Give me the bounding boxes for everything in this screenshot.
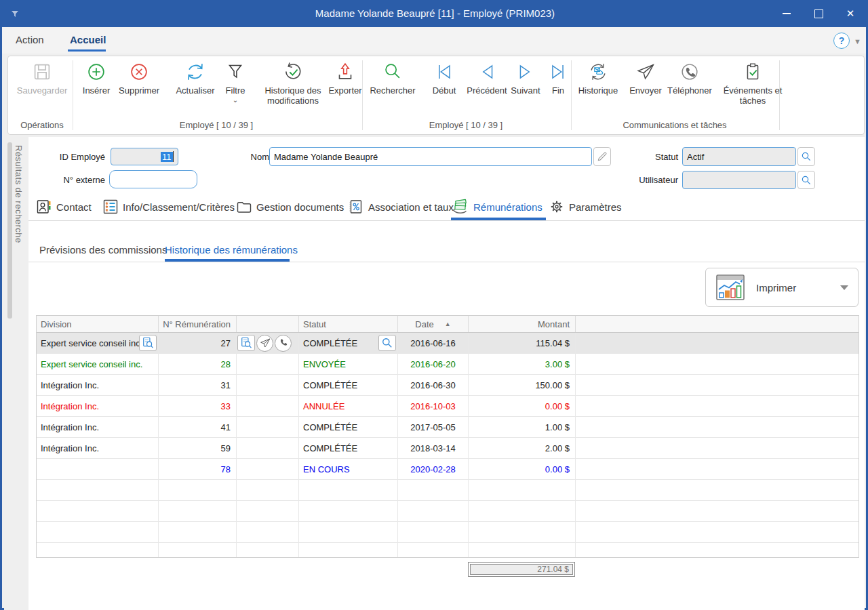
row-send-button[interactable]	[256, 335, 273, 352]
exporter-button[interactable]: Exporter	[324, 60, 366, 96]
percent-doc-icon	[348, 199, 364, 215]
chevron-down-icon[interactable]: ▼	[854, 37, 861, 45]
save-button[interactable]: Sauvegarder	[12, 60, 72, 96]
montant-value: 0.00 $	[469, 396, 576, 416]
montant-value: 0.00 $	[469, 459, 576, 479]
help-icon[interactable]: ?	[833, 33, 850, 49]
division-value: Intégration Inc.	[41, 443, 99, 453]
statut-value: COMPLÉTÉE	[303, 380, 357, 390]
maximize-button[interactable]	[804, 0, 833, 27]
statut-value: COMPLÉTÉE	[303, 422, 357, 432]
statut-value: COMPLÉTÉE	[303, 443, 357, 453]
nom-field[interactable]: Madame Yolande Beaupré	[269, 147, 592, 166]
debut-button[interactable]: Début	[427, 60, 461, 96]
rechercher-button[interactable]: Rechercher	[366, 60, 420, 96]
insert-icon	[85, 60, 108, 83]
tab-info-classement-criteres[interactable]: Info/Classement/Critères	[102, 197, 235, 217]
montant-value: 3.00 $	[469, 354, 576, 374]
telephoner-button[interactable]: Téléphoner	[664, 60, 715, 96]
division-value: Intégration Inc.	[41, 422, 99, 432]
statut-value: ENVOYÉE	[303, 359, 346, 369]
date-value: 2016-06-16	[398, 333, 469, 353]
table-row[interactable]	[37, 480, 859, 501]
tab-parametres[interactable]: Paramètres	[549, 197, 622, 217]
subtab-previsions-commissions[interactable]: Prévisions des commissions	[39, 244, 167, 256]
historique-modifications-button[interactable]: Historique des modifications	[253, 60, 333, 106]
subtab-historique-remunerations[interactable]: Historique des rémunérations	[165, 244, 298, 256]
phone-icon	[678, 60, 701, 83]
statut-value: COMPLÉTÉE	[303, 338, 357, 348]
date-value: 2016-06-30	[398, 375, 469, 395]
column-header-division[interactable]: Division	[37, 316, 159, 332]
search-results-panel[interactable]: Résultats de recherche	[4, 137, 28, 610]
menu-bar: Action Accueil ? ▼	[2, 27, 866, 54]
montant-value: 150.00 $	[469, 375, 576, 395]
evenements-taches-button[interactable]: Événements et tâches	[719, 60, 787, 106]
table-row[interactable]: Intégration Inc.33ANNULÉE2016-10-030.00 …	[37, 396, 859, 417]
numero-value: 28	[159, 354, 237, 374]
numero-externe-field[interactable]	[109, 170, 197, 188]
tab-gestion-documents[interactable]: Gestion documents	[236, 197, 344, 217]
table-row[interactable]: 78EN COURS2020-02-280.00 $	[37, 459, 859, 480]
inserer-button[interactable]: Insérer	[76, 60, 117, 96]
statut-lookup-button[interactable]	[797, 147, 815, 166]
tab-association-et-taux[interactable]: Association et taux	[348, 197, 454, 217]
column-header-montant[interactable]: Montant	[469, 316, 576, 332]
historique-button[interactable]: Historique	[574, 60, 622, 96]
filtre-button[interactable]: Filtre ⌄	[218, 60, 253, 104]
table-row[interactable]	[37, 522, 859, 543]
row-phone-button[interactable]	[275, 335, 292, 352]
actualiser-button[interactable]: Actualiser	[171, 60, 220, 96]
table-row[interactable]	[37, 543, 859, 558]
window-title: Madame Yolande Beaupré [11] - Employé (P…	[0, 0, 868, 27]
statut-lookup-row-button[interactable]	[378, 335, 396, 351]
column-header-actions[interactable]	[237, 316, 299, 332]
caret-down-icon	[840, 285, 848, 290]
statut-value: EN COURS	[303, 464, 350, 474]
division-value: Expert service conseil inc.	[41, 338, 139, 348]
title-bar: Madame Yolande Beaupré [11] - Employé (P…	[0, 0, 868, 27]
tab-remunerations[interactable]: Rémunérations	[452, 197, 542, 217]
precedent-button[interactable]: Précédent	[463, 60, 511, 96]
utilisateur-field[interactable]	[682, 171, 796, 189]
montant-value: 2.00 $	[469, 438, 576, 458]
nav-previous-icon	[475, 60, 498, 83]
row-document-lookup-button[interactable]	[237, 335, 255, 351]
table-row[interactable]: Intégration Inc.31COMPLÉTÉE2016-06-30150…	[37, 375, 859, 396]
column-header-statut[interactable]: Statut	[299, 316, 398, 332]
events-tasks-icon	[741, 60, 764, 83]
column-header-date[interactable]: Date▲	[398, 316, 469, 332]
table-row[interactable]: Intégration Inc.59COMPLÉTÉE2018-03-142.0…	[37, 438, 859, 459]
sidebar-scrollbar[interactable]	[7, 142, 12, 319]
statut-label: Statut	[625, 152, 678, 162]
statut-field[interactable]: Actif	[682, 147, 796, 166]
fin-button[interactable]: Fin	[545, 60, 572, 96]
export-icon	[334, 60, 357, 83]
numero-value: 59	[159, 438, 237, 458]
minimize-button[interactable]	[772, 0, 802, 27]
gear-icon	[549, 199, 565, 215]
table-row[interactable]	[37, 501, 859, 522]
nav-last-icon	[547, 60, 570, 83]
column-header-numero-remuneration[interactable]: N° Rémunération	[159, 316, 237, 332]
division-lookup-button[interactable]	[139, 335, 157, 351]
id-employe-label: ID Employé	[42, 152, 105, 162]
group-label-operations: Opérations	[12, 120, 72, 130]
menu-tab-action[interactable]: Action	[16, 34, 44, 45]
close-button[interactable]: ✕	[835, 0, 865, 27]
envoyer-button[interactable]: Envoyer	[625, 60, 666, 96]
id-employe-field[interactable]: 11	[111, 148, 178, 165]
table-row[interactable]: Intégration Inc.41COMPLÉTÉE2017-05-051.0…	[37, 417, 859, 438]
pencil-icon	[596, 150, 608, 163]
imprimer-button[interactable]: Imprimer	[705, 268, 859, 307]
tab-contact[interactable]: Contact	[36, 197, 92, 217]
table-row[interactable]: Expert service conseil inc.28ENVOYÉE2016…	[37, 354, 859, 375]
utilisateur-lookup-button[interactable]	[797, 171, 815, 189]
table-row[interactable]: Expert service conseil inc.27COMPLÉTÉE20…	[37, 333, 859, 354]
menu-tab-accueil[interactable]: Accueil	[70, 34, 106, 45]
main-content: ID Employé 11 N° externe Nom Madame Yola…	[28, 137, 865, 610]
nom-edit-button[interactable]	[593, 147, 611, 166]
search-icon	[800, 150, 812, 163]
suivant-button[interactable]: Suivant	[506, 60, 545, 96]
supprimer-button[interactable]: Supprimer	[115, 60, 163, 96]
